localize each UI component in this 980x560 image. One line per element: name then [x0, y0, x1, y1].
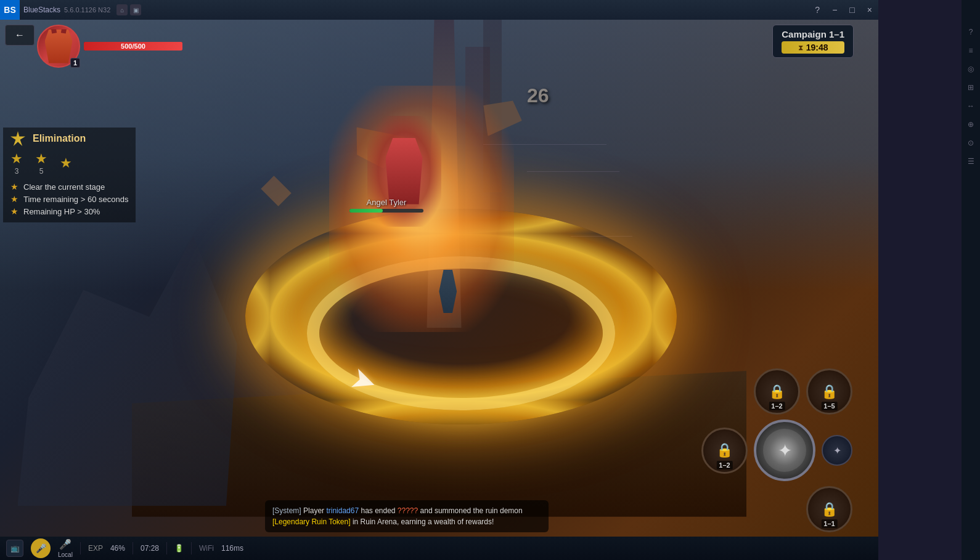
- enemy-name: Angel Tyler: [367, 198, 407, 207]
- right-sidebar: ? ≡ ◎ ⊞ ↔ ⊕ ⊙ ☰: [962, 0, 980, 560]
- tab-icons: ⌂ ▣: [116, 4, 141, 15]
- bottom-bar: 📺 🎤 🎤 Local EXP 46% 07:28 🔋 WiFi 116ms: [0, 537, 878, 560]
- skill-label-4: 1–1: [821, 519, 837, 528]
- logo-icon: BS: [4, 5, 15, 15]
- avatar-horn-right: [60, 25, 67, 33]
- sidebar-icon-4[interactable]: ⊞: [963, 80, 978, 95]
- obj-star-1: ★: [10, 182, 18, 192]
- objectives-panel: Elimination ★ 3 ★ 5 ★ ★ Clear the curren…: [3, 128, 136, 222]
- game-viewport[interactable]: ➤ 26 Angel Tyler ← 1: [0, 20, 878, 560]
- skill-row-top: 🔒 1–2 🔒 1–5: [754, 368, 852, 415]
- obj-text-1: Clear the current stage: [23, 182, 105, 192]
- divider-4: [191, 542, 192, 554]
- minimize-button[interactable]: −: [826, 0, 843, 20]
- timer-icon: ⧗: [798, 43, 803, 52]
- battery-icon: 🔋: [174, 544, 184, 553]
- player-avatar-container: 1: [37, 25, 80, 68]
- objective-item-1: ★ Clear the current stage: [10, 182, 128, 192]
- campaign-title: Campaign 1–1: [782, 29, 844, 39]
- elimination-icon: [10, 131, 25, 146]
- title-bar: BS BlueStacks 5.6.0.1126 N32 ⌂ ▣ ? − □ ×: [0, 0, 878, 20]
- objectives-title-text: Elimination: [33, 133, 86, 144]
- back-button[interactable]: ←: [5, 25, 35, 46]
- chat-message: [System] Player trinidad67 has ended ???…: [272, 505, 541, 527]
- enemy-name-bar: Angel Tyler: [349, 198, 423, 213]
- main-attack-button[interactable]: ✦: [754, 420, 815, 481]
- app-title: BlueStacks: [23, 6, 60, 14]
- player-hud: ← 1 500/500: [5, 25, 182, 68]
- system-chat: [System] Player trinidad67 has ended ???…: [265, 500, 549, 532]
- objectives-title: Elimination: [10, 131, 128, 146]
- lock-icon-4: 🔒: [821, 501, 838, 517]
- skill-button-1-1[interactable]: 🔒 1–1: [806, 486, 852, 532]
- campaign-badge: Campaign 1–1 ⧗ 19:48: [772, 25, 854, 58]
- kill-counter: 26: [527, 84, 549, 107]
- player-character: [430, 270, 467, 331]
- skill-label-3: 1–2: [716, 461, 732, 469]
- star-item-2: ★ 5: [35, 151, 47, 176]
- hp-bar: 500/500: [84, 42, 182, 51]
- chat-player-name: trinidad67: [326, 506, 359, 515]
- mic-button[interactable]: 🎤: [31, 538, 51, 558]
- skill-label-1: 1–2: [769, 402, 785, 410]
- app-version: 5.6.0.1126 N32: [64, 6, 110, 14]
- local-voice-button[interactable]: 🎤 Local: [58, 538, 73, 558]
- star-num-1: 3: [15, 167, 19, 176]
- star-icon-1: ★: [10, 151, 23, 167]
- sidebar-icon-8[interactable]: ☰: [963, 154, 978, 169]
- chat-text-1: Player: [303, 506, 326, 515]
- ping-value: 116ms: [221, 544, 243, 553]
- skill-label-2: 1–5: [821, 402, 837, 410]
- obj-text-2: Time remaining > Time remaining > 60 sec…: [23, 195, 128, 204]
- obj-star-2: ★: [10, 194, 18, 204]
- star-item-1: ★ 3: [10, 151, 23, 176]
- media-tab-icon[interactable]: ▣: [130, 4, 141, 15]
- close-button[interactable]: ×: [861, 0, 878, 20]
- skill-row-bot: 🔒 1–1: [806, 486, 852, 532]
- chat-system-prefix: [System]: [272, 506, 301, 515]
- star-icon-2: ★: [35, 151, 47, 167]
- objectives-stars: ★ 3 ★ 5 ★: [10, 151, 128, 176]
- skill-button-1-5[interactable]: 🔒 1–5: [806, 368, 852, 415]
- enemy-hp-bar: [349, 209, 423, 213]
- skill-button-1-2-mid[interactable]: 🔒 1–2: [701, 428, 748, 474]
- sidebar-icon-1[interactable]: ?: [963, 25, 978, 39]
- lock-icon-1: 🔒: [769, 384, 785, 400]
- obj-text-3: Remaining HP > 30%: [23, 207, 100, 216]
- star-num-2: 5: [39, 167, 44, 176]
- avatar-face: [45, 30, 73, 63]
- local-icon: 🎤: [59, 538, 71, 550]
- divider-1: [80, 542, 81, 554]
- sidebar-icon-6[interactable]: ⊕: [963, 117, 978, 132]
- obj-star-3: ★: [10, 206, 18, 216]
- chat-item-name: [Legendary Ruin Token]: [272, 517, 351, 526]
- sidebar-icon-2[interactable]: ≡: [963, 43, 978, 58]
- chat-text-4: in Ruin Arena, earning a wealth of rewar…: [353, 517, 494, 526]
- app-logo: BS: [0, 0, 20, 20]
- help-button[interactable]: ?: [809, 0, 826, 20]
- hp-area: 500/500: [84, 42, 182, 51]
- sidebar-icon-3[interactable]: ◎: [963, 62, 978, 76]
- chat-mystery: ?????: [398, 506, 418, 515]
- exp-value: 46%: [110, 544, 125, 553]
- campaign-timer: ⧗ 19:48: [782, 41, 844, 54]
- local-label: Local: [58, 551, 73, 558]
- wifi-icon: WiFi: [199, 544, 214, 553]
- star-item-3: ★: [60, 155, 72, 171]
- avatar-horn-left: [50, 25, 56, 33]
- restore-button[interactable]: □: [843, 0, 860, 20]
- skill-small-right[interactable]: ✦: [822, 435, 852, 466]
- home-tab-icon[interactable]: ⌂: [116, 4, 128, 15]
- skill-button-1-2-top[interactable]: 🔒 1–2: [754, 368, 800, 415]
- sidebar-icon-7[interactable]: ⊙: [963, 136, 978, 150]
- skill-small-icon: ✦: [833, 445, 841, 457]
- screen-record-button[interactable]: 📺: [6, 540, 23, 557]
- time-value: 07:28: [141, 544, 159, 553]
- exp-label: EXP: [88, 544, 103, 553]
- objective-item-3: ★ Remaining HP > 30%: [10, 206, 128, 216]
- lock-icon-3: 🔒: [716, 442, 733, 458]
- objective-item-2: ★ Time remaining > Time remaining > 60 s…: [10, 194, 128, 204]
- enemy-hp-fill: [349, 209, 383, 213]
- sidebar-icon-5[interactable]: ↔: [963, 99, 978, 113]
- skill-row-mid: 🔒 1–2 ✦ ✦: [701, 420, 852, 481]
